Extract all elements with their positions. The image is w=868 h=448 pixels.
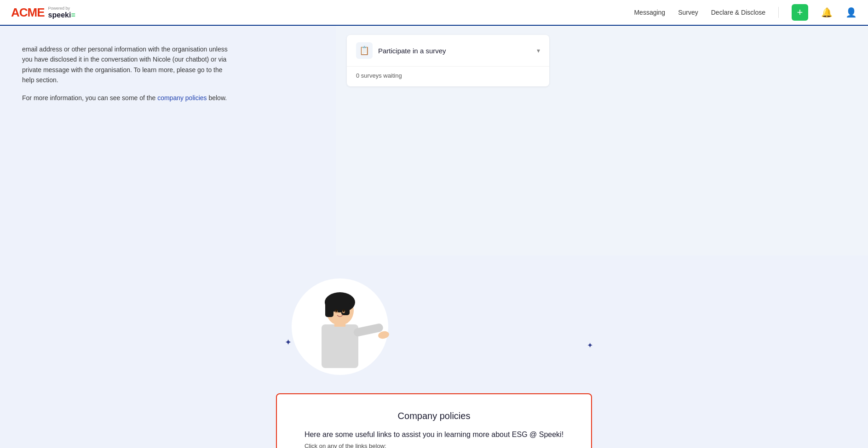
- svg-rect-0: [322, 324, 358, 368]
- logo-area: ACME Powered by speeki≡: [11, 6, 75, 20]
- policies-subtitle: Here are some useful links to assist you…: [305, 431, 563, 439]
- nav-declare-disclose[interactable]: Declare & Disclose: [711, 9, 765, 16]
- survey-count-text: 0 surveys waiting: [356, 67, 540, 79]
- survey-card: 📋 Participate in a survey ▾ 0 surveys wa…: [347, 35, 549, 86]
- svg-rect-6: [325, 302, 333, 317]
- add-button[interactable]: +: [792, 4, 808, 21]
- survey-icon-wrapper: 📋: [356, 42, 373, 59]
- nav-messaging[interactable]: Messaging: [634, 9, 665, 16]
- avatar-svg: [289, 269, 391, 380]
- survey-card-body: 0 surveys waiting: [347, 66, 549, 86]
- powered-by-label: Powered by: [48, 6, 70, 11]
- nav-divider: [778, 7, 779, 18]
- page-body: email address or other personal informat…: [0, 26, 868, 448]
- policies-instruction: Click on any of the links below:: [305, 442, 563, 448]
- powered-by-area: Powered by speeki≡: [48, 6, 75, 19]
- intro-p2-prefix: For more information, you can see some o…: [22, 94, 157, 102]
- bell-icon[interactable]: 🔔: [821, 7, 833, 18]
- svg-rect-7: [341, 302, 350, 315]
- plus-decoration-3: ✦: [587, 341, 593, 350]
- main-nav: Messaging Survey Declare & Disclose + 🔔 …: [634, 4, 857, 21]
- nav-survey[interactable]: Survey: [678, 9, 698, 16]
- acme-logo: ACME: [11, 6, 45, 20]
- intro-p2-suffix: below.: [207, 94, 227, 102]
- header: ACME Powered by speeki≡ Messaging Survey…: [0, 0, 868, 26]
- policies-card: Company policies Here are some useful li…: [276, 393, 592, 448]
- avatar-circle-container: [285, 269, 395, 375]
- intro-paragraph2: For more information, you can see some o…: [22, 93, 234, 103]
- intro-paragraph1: email address or other personal informat…: [22, 44, 234, 85]
- speeki-dot: ≡: [71, 11, 75, 19]
- company-policies-link[interactable]: company policies: [157, 94, 207, 102]
- svg-point-10: [335, 309, 337, 312]
- survey-card-title: Participate in a survey: [378, 47, 446, 55]
- survey-card-header[interactable]: 📋 Participate in a survey ▾: [347, 35, 549, 66]
- avatar-section: ✦ ✦: [0, 255, 868, 389]
- left-intro: email address or other personal informat…: [0, 26, 336, 129]
- bottom-section: Company policies Here are some useful li…: [0, 389, 868, 448]
- survey-header-left: 📋 Participate in a survey: [356, 42, 446, 59]
- user-icon[interactable]: 👤: [845, 7, 857, 18]
- speeki-logo: speeki≡: [48, 11, 75, 19]
- avatar-area: ✦ ✦: [266, 269, 602, 375]
- policies-card-title: Company policies: [305, 411, 563, 421]
- survey-chevron-icon: ▾: [537, 47, 540, 54]
- survey-icon: 📋: [359, 45, 369, 56]
- right-panel: 📋 Participate in a survey ▾ 0 surveys wa…: [336, 26, 868, 255]
- svg-point-11: [342, 309, 345, 312]
- top-section: email address or other personal informat…: [0, 26, 868, 255]
